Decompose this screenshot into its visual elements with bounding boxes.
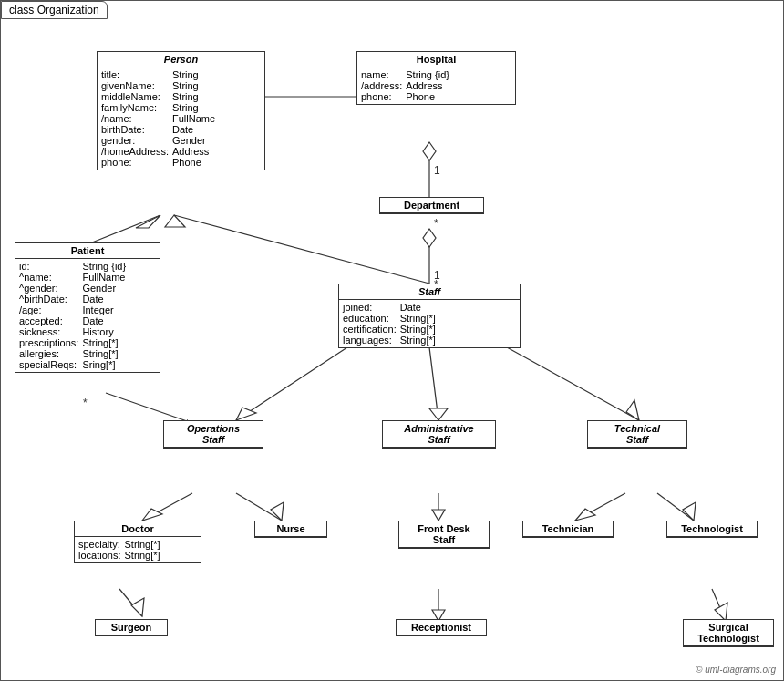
receptionist-title: Receptionist <box>397 620 486 635</box>
doctor-class: Doctor specialty:String[*] locations:Str… <box>74 521 201 563</box>
svg-text:1: 1 <box>434 269 440 282</box>
svg-marker-31 <box>131 598 144 616</box>
svg-marker-23 <box>271 502 284 521</box>
receptionist-class: Receptionist <box>396 619 487 636</box>
staff-title: Staff <box>339 284 520 300</box>
svg-line-18 <box>507 347 639 420</box>
svg-line-14 <box>236 347 347 420</box>
svg-marker-29 <box>683 502 696 521</box>
doctor-title: Doctor <box>75 521 201 537</box>
svg-line-26 <box>575 493 625 521</box>
svg-text:*: * <box>83 397 88 409</box>
technologist-class: Technologist <box>666 521 758 538</box>
svg-line-28 <box>657 493 694 521</box>
front-desk-staff-class: Front Desk Staff <box>398 521 490 549</box>
department-class: Department <box>379 197 484 214</box>
svg-marker-15 <box>236 408 256 420</box>
department-title: Department <box>380 198 483 213</box>
svg-marker-6 <box>423 142 436 160</box>
technical-staff-class: Technical Staff <box>587 420 687 449</box>
patient-title: Patient <box>15 243 160 259</box>
hospital-class: Hospital name:String {id} /address:Addre… <box>356 51 516 105</box>
svg-line-9 <box>92 215 160 242</box>
svg-line-16 <box>429 347 438 420</box>
svg-marker-8 <box>423 229 436 247</box>
surgeon-title: Surgeon <box>96 620 167 635</box>
svg-marker-17 <box>429 408 448 420</box>
svg-line-22 <box>236 493 282 521</box>
surgical-technologist-class: Surgical Technologist <box>683 619 774 647</box>
surgical-technologist-title: Surgical Technologist <box>684 620 773 646</box>
person-class: Person title:String givenName:String mid… <box>97 51 265 170</box>
nurse-class: Nurse <box>254 521 327 538</box>
person-title: Person <box>98 52 264 67</box>
svg-marker-19 <box>626 400 639 420</box>
nurse-title: Nurse <box>255 521 326 537</box>
hospital-body: name:String {id} /address:Address phone:… <box>357 67 515 104</box>
diagram-container: class Organization <box>0 0 784 681</box>
staff-body: joined:Date education:String[*] certific… <box>339 300 520 347</box>
technician-title: Technician <box>523 521 613 537</box>
svg-marker-25 <box>432 510 445 521</box>
svg-line-34 <box>712 589 726 621</box>
technologist-title: Technologist <box>667 521 757 537</box>
administrative-staff-title: Administrative Staff <box>383 421 495 448</box>
doctor-body: specialty:String[*] locations:String[*] <box>75 537 201 562</box>
svg-marker-21 <box>142 509 162 521</box>
copyright: © uml-diagrams.org <box>696 665 776 675</box>
technician-class: Technician <box>522 521 614 538</box>
svg-marker-35 <box>715 603 727 621</box>
svg-marker-27 <box>575 509 595 521</box>
svg-line-30 <box>119 589 142 616</box>
operations-staff-title: Operations Staff <box>164 421 263 448</box>
svg-text:1: 1 <box>434 164 440 177</box>
svg-marker-10 <box>136 215 160 228</box>
svg-marker-12 <box>165 215 185 227</box>
svg-line-11 <box>174 215 429 284</box>
administrative-staff-class: Administrative Staff <box>382 420 496 449</box>
person-body: title:String givenName:String middleName… <box>98 67 264 170</box>
technical-staff-title: Technical Staff <box>588 421 686 448</box>
patient-body: id:String {id} ^name:FullName ^gender:Ge… <box>15 259 160 372</box>
surgeon-class: Surgeon <box>95 619 168 636</box>
svg-text:*: * <box>434 217 438 230</box>
svg-line-20 <box>142 493 192 521</box>
staff-class: Staff joined:Date education:String[*] ce… <box>338 284 521 348</box>
patient-class: Patient id:String {id} ^name:FullName ^g… <box>15 242 160 373</box>
hospital-title: Hospital <box>357 52 515 67</box>
operations-staff-class: Operations Staff <box>163 420 263 449</box>
front-desk-staff-title: Front Desk Staff <box>399 521 489 548</box>
diagram-title: class Organization <box>1 1 108 19</box>
